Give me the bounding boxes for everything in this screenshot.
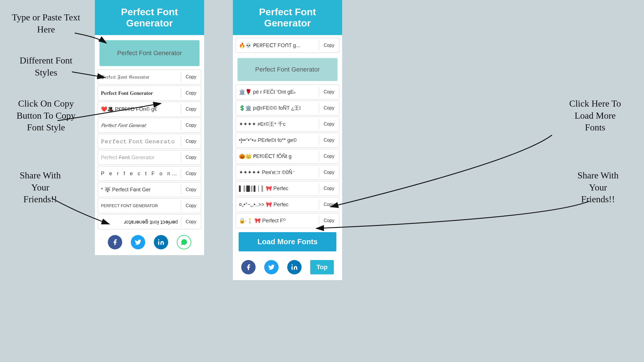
right-copy-btn-4[interactable]: Copy [319,135,339,145]
copy-btn-5[interactable]: Copy [181,136,201,146]
right-font-row-1: 🏛️🌹 pé r FEČt 'Ont gEₙ Copy [236,84,339,99]
right-copy-btn-2[interactable]: Copy [319,103,339,113]
right-font-text-6: ✦✦✦✦✦ Peя'e□т ©0Ñ⁻ [236,167,319,178]
right-input-area[interactable]: Perfect Font Generator [237,58,338,81]
right-font-row-4: •]••°•°•» PErfe©t fo** ge© Copy [236,133,339,148]
copy-btn-4[interactable]: Copy [181,120,201,130]
right-font-text-1: 🏛️🌹 pé r FEČt 'Ont gEₙ [236,86,319,97]
svg-rect-2 [292,266,293,270]
right-copy-btn-7[interactable]: Copy [319,184,339,193]
copy-btn-7[interactable]: Copy [181,169,201,178]
font-text-6: Perfect F̶o̶n̶t̶ Generator [98,152,181,163]
right-font-text-8: ¤„•°~„,•..>> 🎀 Perfec [236,199,319,210]
left-phone-panel: Perfect Font Generator Perfect Font Gene… [95,0,204,255]
font-row-3: ❤️🎩 P€ff€©D FOn© g€ Copy [98,102,201,117]
right-font-row-9: 🔒·🕯️ 🎀 Perfect Fᴼ Copy [236,213,339,228]
right-panel-header: Perfect Font Generator [233,0,342,35]
right-font-row-5: 🎃👑 ᑭEf©ЁᑕT fÔÑt g Copy [236,149,339,164]
font-row-8: * 🐺 Perfect Fᴏnt Ger Copy [98,182,201,197]
load-more-button[interactable]: Load More Fonts [239,232,336,251]
font-row-7: P e r f e c t F o n t Copy [98,166,201,181]
right-font-text-2: 💲🏛️ p@rFE©© foÑT ¿王l [236,102,319,114]
right-input-text: Perfect Font Generator [255,66,320,73]
svg-point-1 [158,239,159,240]
facebook-icon-right[interactable] [241,260,256,274]
right-font-text-9: 🔒·🕯️ 🎀 Perfect Fᴼ [236,215,319,226]
right-font-text-7: ▌║█║▌│║ 🎀 Perfec [236,183,319,194]
right-copy-btn-0[interactable]: Copy [319,41,339,50]
twitter-icon-right[interactable] [264,260,279,274]
annotation-share-left: Share WithYourFriends!! [6,170,75,205]
share-bar-right: Top [233,255,342,280]
linkedin-icon-left[interactable] [154,235,168,249]
annotation-type-paste: Type or Paste TextHere [6,11,86,35]
font-text-5: 𝙿𝚎𝚛𝚏𝚎𝚌𝚝 𝙵𝚘𝚗𝚝 𝙶𝚎𝚗𝚎𝚛𝚊𝚝𝚘 [98,136,181,147]
copy-btn-1[interactable]: Copy [181,72,201,82]
linkedin-icon-right[interactable] [287,260,302,274]
facebook-icon-left[interactable] [108,235,122,249]
right-phone-panel: Perfect Font Generator 🔥💀 ᑭEᖇᖴEᑕT ᖴOᑎT g… [233,0,342,280]
font-text-8: * 🐺 Perfect Fᴏnt Ger [98,184,181,195]
font-row-1: 𝔓𝔢𝔯𝔣𝔢𝔠𝔱 𝔉𝔬𝔫𝔱 𝔊𝔢𝔫𝔢𝔯𝔞𝔱𝔬𝔯 Copy [98,70,201,84]
share-bar-left [95,230,204,255]
right-font-row-2: 💲🏛️ p@rFE©© foÑT ¿王l Copy [236,101,339,115]
left-input-text: Perfect Font Generator [117,49,182,57]
copy-btn-10[interactable]: Copy [181,217,201,227]
svg-point-3 [292,264,293,265]
font-text-2: 𝐏𝐞𝐫𝐟𝐞𝐜𝐭 𝐅𝐨𝐧𝐭 𝐆𝐞𝐧𝐞𝐫𝐚𝐭𝐨𝐫 [98,88,181,99]
right-copy-btn-1[interactable]: Copy [319,87,339,97]
svg-rect-0 [158,241,159,245]
right-copy-btn-3[interactable]: Copy [319,119,339,129]
annotation-click-load: Click Here ToLoad MoreFonts [552,98,638,134]
right-copy-btn-6[interactable]: Copy [319,167,339,177]
font-row-5: 𝙿𝚎𝚛𝚏𝚎𝚌𝚝 𝙵𝚘𝚗𝚝 𝙶𝚎𝚗𝚎𝚛𝚊𝚝𝚘 Copy [98,134,201,149]
left-panel-header: Perfect Font Generator [95,0,204,35]
whatsapp-icon-left[interactable] [177,235,191,249]
font-text-3: ❤️🎩 P€ff€©D FOn© g€ [98,104,181,115]
font-row-4: 𝘗𝘦𝘳𝘧𝘦𝘤𝘵 𝘍𝘰𝘯𝘵 𝘎𝘦𝘯𝘦𝘳𝘢𝘵 Copy [98,118,201,133]
right-font-text-5: 🎃👑 ᑭEf©ЁᑕT fÔÑt g [236,151,319,162]
right-font-row-3: ✦✦✦✦ ᴘEr©王ᵃ 千c Copy [236,117,339,132]
right-font-row-8: ¤„•°~„,•..>> 🎀 Perfec Copy [236,197,339,212]
right-font-row-7: ▌║█║▌│║ 🎀 Perfec Copy [236,181,339,196]
copy-btn-2[interactable]: Copy [181,88,201,98]
font-text-4: 𝘗𝘦𝘳𝘧𝘦𝘤𝘵 𝘍𝘰𝘯𝘵 𝘎𝘦𝘯𝘦𝘳𝘢𝘵 [98,120,181,131]
font-row-9: PERFECT FONT GENERATOR Copy [98,198,201,213]
copy-btn-8[interactable]: Copy [181,185,201,195]
annotation-share-right: Share WithYourFriends!! [558,170,638,205]
copy-btn-3[interactable]: Copy [181,104,201,114]
right-font-text-3: ✦✦✦✦ ᴘEr©王ᵃ 千c [236,118,319,130]
annotation-click-copy: Click On CopyButton To CopyFont Style [6,98,86,134]
right-copy-btn-8[interactable]: Copy [319,200,339,209]
font-text-9: PERFECT FONT GENERATOR [98,201,181,210]
right-copy-btn-9[interactable]: Copy [319,216,339,226]
font-text-10: ɹoʇɐɹǝuǝƃ ʇuoɟ ʇɔǝɟɹǝd [98,216,181,227]
annotation-different-fonts: Different FontStyles [6,55,86,78]
right-font-row-0: 🔥💀 ᑭEᖇᖴEᑕT ᖴOᑎT g... Copy [236,38,339,53]
font-text-7: P e r f e c t F o n t [98,168,181,179]
copy-btn-6[interactable]: Copy [181,153,201,162]
font-row-6: Perfect F̶o̶n̶t̶ Generator Copy [98,150,201,165]
twitter-icon-left[interactable] [131,235,145,249]
copy-btn-9[interactable]: Copy [181,201,201,211]
left-input-area[interactable]: Perfect Font Generator [99,40,200,66]
font-row-2: 𝐏𝐞𝐫𝐟𝐞𝐜𝐭 𝐅𝐨𝐧𝐭 𝐆𝐞𝐧𝐞𝐫𝐚𝐭𝐨𝐫 Copy [98,86,201,101]
top-button[interactable]: Top [310,260,334,274]
font-text-1: 𝔓𝔢𝔯𝔣𝔢𝔠𝔱 𝔉𝔬𝔫𝔱 𝔊𝔢𝔫𝔢𝔯𝔞𝔱𝔬𝔯 [98,72,181,82]
right-font-text-4: •]••°•°•» PErfe©t fo** ge© [236,135,319,146]
right-font-text-0: 🔥💀 ᑭEᖇᖴEᑕT ᖴOᑎT g... [236,40,319,51]
right-copy-btn-5[interactable]: Copy [319,151,339,161]
right-font-row-6: ✦✦✦✦✦ Peя'e□т ©0Ñ⁻ Copy [236,165,339,180]
font-row-10: ɹoʇɐɹǝuǝƃ ʇuoɟ ʇɔǝɟɹǝd Copy [98,214,201,229]
